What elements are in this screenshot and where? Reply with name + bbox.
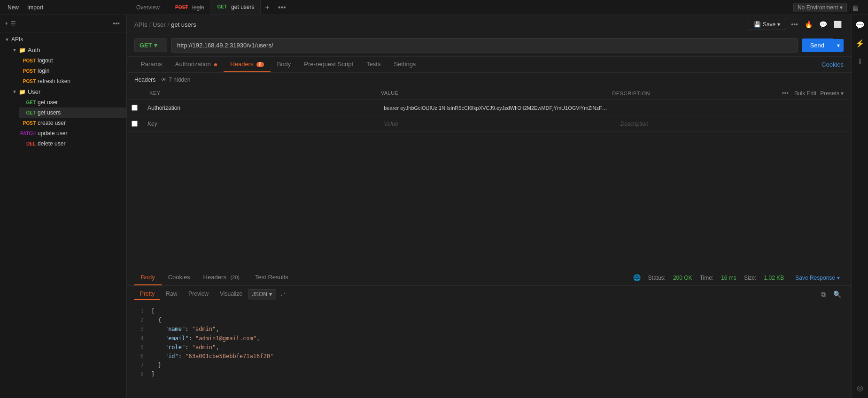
tab-tests[interactable]: Tests: [360, 57, 387, 72]
code-line-3: 3 "name": "admin",: [134, 325, 844, 334]
more-cols-icon[interactable]: •••: [780, 90, 790, 97]
sidebar-item-auth-group[interactable]: ▼ 📁 Auth: [8, 45, 126, 55]
sidebar-item-apis[interactable]: ▼ APIs: [0, 34, 126, 45]
bulk-edit-button[interactable]: Bulk Edit: [794, 90, 816, 97]
right-target-icon[interactable]: ◎: [855, 382, 865, 394]
value-col-header: VALUE: [381, 90, 612, 97]
resp-tab-body[interactable]: Body: [134, 270, 162, 285]
save-response-label: Save Response: [795, 275, 835, 281]
resp-tab-cookies[interactable]: Cookies: [162, 270, 197, 285]
grid-icon-button[interactable]: ▦: [851, 3, 860, 12]
breadcrumb-current: get users: [171, 21, 196, 28]
user-children: GET get user GET get users POST create u…: [8, 97, 126, 149]
empty-value-cell[interactable]: Value: [378, 118, 614, 130]
collection-tree: ▼ APIs ▼ 📁 Auth POST logout POST: [0, 32, 126, 151]
import-button[interactable]: Import: [23, 3, 47, 12]
empty-desc-cell[interactable]: Description: [615, 118, 851, 130]
flame-button[interactable]: 🔥: [803, 20, 814, 29]
request-tabs: Params Authorization Headers 8 Body Pre-…: [127, 57, 851, 73]
sidebar-item-get-users[interactable]: GET get users: [19, 107, 126, 118]
tab-get-users[interactable]: GET get users: [210, 0, 261, 15]
line-num-1: 1: [134, 307, 144, 316]
method-selector[interactable]: GET ▾: [134, 38, 167, 52]
format-tabs: Pretty Raw Preview Visualize JSON ▾ ⇌: [134, 289, 287, 300]
sidebar-more-button[interactable]: •••: [111, 19, 122, 28]
sidebar-item-get-user[interactable]: GET get user: [19, 97, 126, 107]
search-response-button[interactable]: 🔍: [831, 289, 844, 299]
env-label: No Environment: [798, 4, 838, 11]
tab-authorization[interactable]: Authorization: [169, 57, 224, 72]
desc-col-label: DESCRIPTION: [612, 91, 650, 96]
tab-get-users-label: get users: [231, 4, 254, 10]
format-visualize[interactable]: Visualize: [214, 289, 248, 300]
format-preview[interactable]: Preview: [183, 289, 214, 300]
response-status: 🌐 Status: 200 OK Time: 16 ms Size: 1.02 …: [633, 273, 844, 283]
login-label: login: [38, 68, 49, 74]
tab-params[interactable]: Params: [134, 57, 169, 72]
delete-user-label: delete user: [38, 140, 65, 147]
authorization-checkbox-cell: [127, 105, 142, 111]
refresh-method-tag: POST: [19, 79, 36, 84]
empty-key-cell[interactable]: Key: [142, 118, 378, 130]
save-response-button[interactable]: Save Response ▾: [791, 273, 844, 283]
breadcrumb-path: APIs / User / get users: [134, 21, 196, 28]
tab-deleted-method: POST: [174, 4, 189, 10]
sidebar-item-user-group[interactable]: ▼ 📁 User: [8, 86, 126, 97]
format-selector[interactable]: JSON ▾: [248, 289, 276, 299]
tab-pre-request[interactable]: Pre-request Script: [297, 57, 360, 72]
tab-deleted-login[interactable]: POST login: [168, 0, 210, 15]
tab-overview[interactable]: Overview: [131, 0, 168, 15]
send-button[interactable]: Send: [802, 38, 833, 52]
right-chat-icon[interactable]: 💬: [853, 19, 867, 31]
tab-headers[interactable]: Headers 8: [224, 57, 270, 72]
sidebar-header-actions: •••: [111, 19, 122, 28]
checkbox-col-header: [134, 90, 149, 97]
tabs-more-button[interactable]: •••: [274, 3, 290, 12]
code-line-7: 7 }: [134, 361, 844, 370]
sidebar-item-create-user[interactable]: POST create user: [19, 118, 126, 128]
add-tab-button[interactable]: +: [261, 0, 274, 15]
presets-chevron-icon: ▾: [841, 90, 844, 97]
code-line-5: 5 "role": "admin",: [134, 343, 844, 352]
empty-row-checkbox[interactable]: [132, 121, 138, 127]
authorization-checkbox[interactable]: [132, 105, 138, 111]
env-chevron-icon: ▾: [840, 4, 843, 11]
toolbar-more-button[interactable]: •••: [789, 20, 800, 29]
delete-user-method-tag: DEL: [19, 141, 36, 146]
sidebar-filter-icon[interactable]: ☰: [11, 20, 16, 27]
sidebar-item-update-user[interactable]: PATCH update user: [19, 128, 126, 138]
format-raw[interactable]: Raw: [160, 289, 183, 300]
code-line-2: 2 {: [134, 316, 844, 325]
sidebar-item-login[interactable]: POST login: [19, 66, 126, 76]
globe-icon: 🌐: [633, 274, 641, 281]
wrap-button[interactable]: ⇌: [279, 289, 287, 299]
presets-button[interactable]: Presets ▾: [820, 90, 844, 97]
get-users-method-tag: GET: [19, 110, 36, 115]
sidebar-add-icon[interactable]: +: [5, 20, 8, 27]
copy-response-button[interactable]: ⧉: [819, 289, 828, 300]
comment-button[interactable]: 💬: [817, 20, 829, 29]
right-lightning-icon[interactable]: ⚡: [853, 37, 867, 50]
login-method-tag: POST: [19, 69, 36, 74]
get-user-label: get user: [38, 99, 58, 106]
url-input[interactable]: [171, 38, 798, 53]
expand-button[interactable]: ⬜: [832, 20, 844, 29]
method-chevron-icon: ▾: [154, 42, 157, 49]
environment-selector[interactable]: No Environment ▾: [793, 3, 847, 12]
save-button[interactable]: 💾 Save ▾: [748, 19, 786, 30]
cookies-link[interactable]: Cookies: [822, 61, 844, 68]
sidebar-item-logout[interactable]: POST logout: [19, 55, 126, 66]
new-button[interactable]: New: [4, 3, 23, 12]
tab-settings[interactable]: Settings: [387, 57, 422, 72]
top-bar: New Import Overview POST login GET get u…: [0, 0, 868, 15]
right-info-icon[interactable]: ℹ: [857, 55, 863, 68]
resp-tab-test-results[interactable]: Test Results: [248, 270, 295, 285]
tab-body[interactable]: Body: [271, 57, 298, 72]
send-dropdown-button[interactable]: ▾: [833, 39, 844, 52]
sidebar-item-refresh-token[interactable]: POST refresh token: [19, 76, 126, 86]
resp-tab-headers[interactable]: Headers (20): [197, 270, 248, 285]
tab-overview-label: Overview: [136, 4, 160, 11]
sidebar-header: + ☰ •••: [0, 15, 126, 32]
format-pretty[interactable]: Pretty: [134, 289, 160, 300]
sidebar-item-delete-user[interactable]: DEL delete user: [19, 138, 126, 149]
